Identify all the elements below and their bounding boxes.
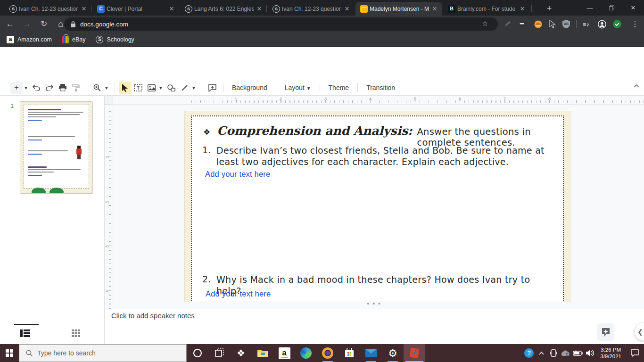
chrome-menu-icon[interactable]: ⋮ <box>631 20 639 28</box>
filmstrip-view-icon[interactable] <box>20 329 30 337</box>
onedrive-paused-icon[interactable] <box>560 344 572 362</box>
speaker-notes-placeholder[interactable]: Click to add speaker notes <box>111 312 195 320</box>
close-icon[interactable]: ✕ <box>256 5 263 12</box>
theme-button[interactable]: Theme <box>324 82 354 94</box>
tab-lang-arts[interactable]: S Lang Arts 6: 022 Engles ✕ <box>180 2 267 16</box>
collapse-toolbar-icon[interactable] <box>634 84 639 88</box>
insert-comment-icon[interactable] <box>206 82 218 94</box>
windows-logo-icon <box>6 349 13 357</box>
slide-content-box[interactable]: ❖ Comprehension and Analysis: Answer the… <box>191 115 564 302</box>
transition-button[interactable]: Transition <box>362 82 400 94</box>
amazon-icon: a <box>7 36 14 43</box>
tab-ivan-questions-2[interactable]: S Ivan Ch. 12-23 question ✕ <box>268 2 355 16</box>
grid-view-icon[interactable] <box>72 329 82 337</box>
new-slide-button[interactable]: + <box>10 82 23 94</box>
notes-resize-handle[interactable]: ● ● ● <box>367 301 381 306</box>
slides-toolbar: + ▼ ▼ ▼ <box>0 80 644 96</box>
snipping-app-icon[interactable]: ✂ <box>404 344 425 362</box>
mail-icon[interactable] <box>360 344 382 362</box>
close-icon[interactable]: ✕ <box>519 5 526 12</box>
close-icon[interactable]: ✕ <box>80 5 88 12</box>
back-icon[interactable]: ← <box>3 19 17 29</box>
tab-madelyn-mortensen-active[interactable]: Madelyn Mortensen - M ✕ <box>355 2 442 16</box>
extension-adblock-icon[interactable]: AB <box>562 20 570 28</box>
microsoft-store-icon[interactable] <box>339 344 360 362</box>
media-playlist-icon[interactable]: ≡♪ <box>582 20 590 28</box>
tab-clever-portal[interactable]: C Clever | Portal ✕ <box>92 2 179 16</box>
avast-secure-browser-icon[interactable] <box>317 344 339 362</box>
undo-icon[interactable] <box>30 82 42 94</box>
text-box-icon[interactable] <box>132 82 144 94</box>
bookmark-ebay[interactable]: eBay <box>62 35 86 43</box>
action-center-icon[interactable] <box>625 344 644 362</box>
line-dropdown-icon[interactable]: ▼ <box>191 85 197 90</box>
answer-placeholder-1[interactable]: Add your text here <box>205 170 270 179</box>
layout-button[interactable]: Layout ▼ <box>280 82 316 94</box>
select-tool-icon[interactable] <box>119 82 131 94</box>
new-slide-dropdown-icon[interactable]: ▼ <box>24 85 29 90</box>
url-omnibox[interactable]: docs.google.com <box>64 17 498 31</box>
cortana-icon[interactable] <box>187 344 208 362</box>
extension-star-sunglasses-icon[interactable] <box>518 20 526 28</box>
zoom-dropdown-icon[interactable]: ▼ <box>104 85 110 90</box>
tab-brainly[interactable]: B Brainly.com - For stude ✕ <box>443 2 530 16</box>
task-view-icon[interactable] <box>208 344 230 362</box>
profile-icon[interactable] <box>598 20 606 28</box>
security-shield-icon[interactable] <box>613 20 621 28</box>
explore-button[interactable] <box>597 323 614 341</box>
print-icon[interactable] <box>57 82 69 94</box>
ruler-number: 7 <box>504 97 506 101</box>
settings-icon[interactable]: ⚙ <box>382 344 404 362</box>
extension-cursor-icon[interactable] <box>548 20 557 28</box>
speaker-notes-area: Click to add speaker notes ❮ <box>0 309 644 344</box>
bookmark-schoology[interactable]: S Schoology <box>96 36 134 43</box>
extension-pencil-icon[interactable] <box>504 20 512 28</box>
bookmark-star-icon[interactable]: ☆ <box>482 19 488 28</box>
chevron-down-icon: ▼ <box>306 86 311 91</box>
google-slides-icon <box>360 5 368 13</box>
taskbar-search-box[interactable]: Type here to search <box>19 344 187 362</box>
battery-icon[interactable] <box>572 344 584 362</box>
edge-icon[interactable] <box>295 344 317 362</box>
answer-placeholder-2[interactable]: Add your text here <box>206 289 271 298</box>
insert-image-icon[interactable] <box>145 82 157 94</box>
close-icon[interactable]: ✕ <box>431 5 438 12</box>
schoology-icon: S <box>96 36 103 43</box>
close-icon[interactable]: ✕ <box>343 5 351 12</box>
show-side-panel-button[interactable]: ❮ <box>635 323 644 341</box>
reload-icon[interactable]: ↻ <box>37 19 51 29</box>
dropbox-icon[interactable]: ❖ <box>230 344 252 362</box>
window-close-button[interactable]: ✕ <box>622 0 644 15</box>
volume-icon[interactable] <box>584 344 596 362</box>
window-restore-button[interactable] <box>601 0 622 15</box>
tray-expand-chevron-icon[interactable] <box>535 344 547 362</box>
vertical-ruler: 1 2 3 4 <box>105 105 113 309</box>
file-explorer-icon[interactable] <box>252 344 273 362</box>
insert-line-icon[interactable] <box>178 82 190 94</box>
start-button[interactable] <box>0 344 19 362</box>
forward-icon[interactable]: → <box>20 19 34 29</box>
get-help-icon[interactable]: ? <box>523 344 535 362</box>
tab-separator <box>91 5 91 12</box>
ruler-number: 3 <box>105 245 109 247</box>
window-minimize-button[interactable]: — <box>579 0 601 15</box>
ringmaster-character-image <box>75 146 82 160</box>
bookmark-amazon[interactable]: a Amazon.com <box>7 36 52 43</box>
your-phone-icon[interactable] <box>547 344 560 362</box>
background-button[interactable]: Background <box>227 82 272 94</box>
slide-canvas[interactable]: ❖ Comprehension and Analysis: Answer the… <box>185 111 570 302</box>
insert-shape-icon[interactable] <box>165 82 177 94</box>
extension-orange-hat-icon[interactable] <box>534 20 542 28</box>
paint-format-icon[interactable] <box>70 82 82 94</box>
taskbar-clock[interactable]: 3:26 PM 3/9/2021 <box>596 346 625 360</box>
slide-thumbnail[interactable] <box>20 101 93 194</box>
slide-thumbnail-content <box>24 105 89 189</box>
zoom-icon[interactable] <box>91 82 103 94</box>
browser-address-bar: ← → ↻ ⌂ docs.google.com ☆ AB ≡♪ <box>0 16 644 32</box>
redo-icon[interactable] <box>43 82 56 94</box>
close-icon[interactable]: ✕ <box>168 5 175 12</box>
new-tab-button[interactable]: + <box>543 3 555 15</box>
tab-ivan-questions-1[interactable]: S Ivan Ch. 12-23 question ✕ <box>5 2 91 16</box>
amazon-app-icon[interactable]: a <box>273 344 295 362</box>
image-dropdown-icon[interactable]: ▼ <box>158 85 164 90</box>
